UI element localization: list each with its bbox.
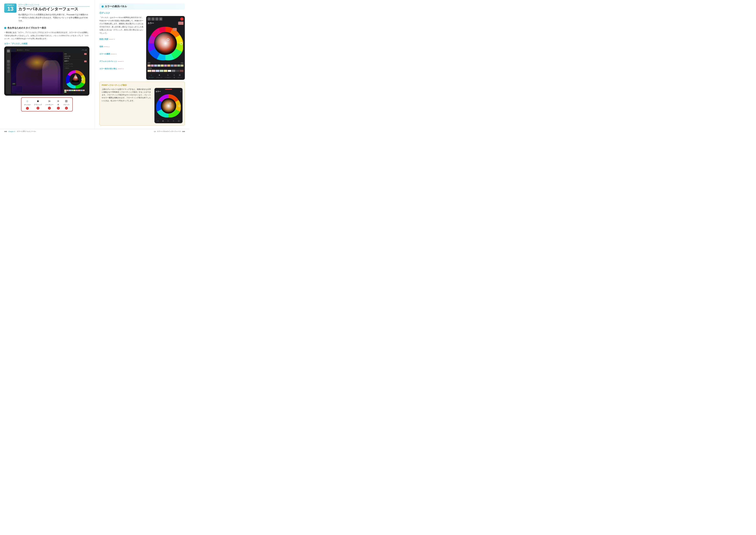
ann-saturation-label: 彩度と明度	[99, 38, 108, 41]
point-content: 上部のグレーのバーを指でドラッグすると、画面の好きな位置に移動させて常時表示（フ…	[102, 88, 182, 123]
ann-saturation: 彩度と明度 ——→	[99, 38, 144, 41]
tablet-mode: トライアングル	[64, 63, 87, 65]
subsection-title: カラー「ディスク」の画面	[4, 42, 90, 45]
fp-tab-classic[interactable]: ■	[162, 120, 164, 122]
section1-body: 一番右端にある「カラー」アイコンをタップするとカラーパネルが表示されます。カラー…	[4, 31, 90, 40]
swatch-7	[167, 65, 170, 67]
footer-section-left: カラーと塗りつぶしツール	[17, 130, 36, 132]
palette-number: 5	[65, 107, 68, 109]
right-description-area: 「ディスク」はカラーパネルの標準的な表示方法です。中央のサークル内で彩度と明度を…	[99, 16, 144, 80]
floating-panel: カラー ✕	[154, 88, 182, 123]
bottom-controls-box: ○ ディスク 1 ■ クラシック 2 ⋗ ハーモニー 3 ≡ 値 4	[21, 98, 73, 111]
cp-icon-erase: ◇	[155, 17, 158, 20]
left-page: Chapter 5 13 カラーと塗りつぶしツール カラーパネルのインターフェー…	[0, 0, 94, 129]
harmony-icon: ⋗	[48, 99, 51, 103]
cp-icon-pen: ╱	[148, 17, 151, 20]
bg-swatch-9	[180, 70, 183, 72]
swatch-11	[180, 65, 183, 67]
value-icon: ≡	[57, 99, 59, 103]
classic-icon: ■	[37, 99, 39, 103]
chapter-number: 13	[6, 6, 15, 12]
artwork-area: 基準	[11, 52, 63, 94]
tablet-top-bar: ギャラリー ← ア ス ジ ╱ ✎ ◇ ⊞	[16, 48, 88, 52]
bg-swatch-5	[164, 70, 168, 72]
bottom-controls-container: ○ ディスク 1 ■ クラシック 2 ⋗ ハーモニー 3 ≡ 値 4	[4, 98, 90, 111]
page-footer: 048 Chapter 5 カラーと塗りつぶしツール 13 カラーパネルのインタ…	[0, 129, 189, 134]
tab-disk[interactable]: ○ ディスク	[149, 74, 154, 78]
fp-tab-palette[interactable]: ⊞	[178, 120, 180, 122]
cp-title-row: カラー	[148, 22, 183, 25]
tab-harmony[interactable]: ⋗ ハーモニー	[165, 74, 171, 78]
bg-swatch-1	[148, 70, 151, 72]
tablet-canvas: ギャラリー ← ア ス ジ ╱ ✎ ◇ ⊞	[11, 48, 88, 94]
bg-swatch-2	[151, 70, 155, 72]
cp-icon-brush: ✎	[151, 17, 155, 20]
footer-section-right: 13	[154, 131, 156, 132]
ann-history-label: カラーの履歴	[99, 53, 110, 55]
bg-swatch-3	[156, 70, 159, 72]
tablet-sidebar	[6, 48, 11, 94]
point-text: 上部のグレーのバーを指でドラッグすると、画面の好きな位置に移動させて常時表示（フ…	[102, 88, 152, 123]
control-palette[interactable]: ⊞ パレット 5	[63, 99, 69, 109]
swatch-10	[177, 65, 180, 67]
fp-title: カラー	[155, 90, 161, 93]
disk-icon: ○	[26, 99, 28, 103]
chapter-badge: Chapter 5 13	[4, 4, 16, 13]
tablet-opt1: トライアングル	[64, 66, 87, 67]
swatch-3	[154, 65, 157, 67]
footer-left: 048 Chapter 5 カラーと塗りつぶしツール	[4, 130, 36, 132]
disk-number: 1	[26, 107, 29, 110]
ann-switch: カラー表示の切り替え ——→	[99, 68, 144, 70]
right-section-title: カラーの表示パネル	[105, 5, 127, 8]
fp-close-button[interactable]: ✕	[180, 91, 181, 93]
swatch-2	[151, 65, 154, 67]
cp-icons: ╱ ✎ ◇ ⊞	[148, 17, 162, 20]
classic-label: クラシック	[34, 103, 42, 106]
right-section-dot	[101, 6, 104, 8]
control-disk[interactable]: ○ ディスク 1	[24, 99, 31, 110]
classic-number: 2	[37, 107, 40, 109]
footer-right: 13 カラーパネルのインターフェース 049	[154, 130, 185, 132]
fp-drag-handle	[155, 89, 181, 90]
value-label: 値	[57, 103, 59, 106]
large-color-wheel	[148, 26, 183, 61]
control-value[interactable]: ≡ 値 4	[57, 99, 60, 109]
cp-color-indicator	[180, 17, 183, 20]
control-classic[interactable]: ■ クラシック 2	[34, 99, 42, 109]
ann-palette-label: デフォルトのパレット	[99, 60, 117, 63]
fp-tab-value[interactable]: ≡	[173, 120, 174, 122]
disk-subsection: ①ディスク	[99, 12, 185, 14]
bg-swatch-4	[160, 70, 163, 72]
clear-label: 消去	[181, 62, 183, 64]
history-label: 履歴	[148, 62, 150, 64]
swatch-5	[161, 65, 164, 67]
cp-bottom-tabs: ○ ディスク ■ クラシック ⋗ ハーモニー ≡ 値	[148, 73, 183, 78]
ann-hue: 色相 ——→	[99, 45, 144, 48]
section1-title: 色を作るための５タイプのカラー表示	[7, 26, 46, 30]
tab-classic[interactable]: ■ クラシック	[156, 74, 162, 78]
swatch-6	[164, 65, 167, 67]
footer-chapter: Chapter 5	[8, 131, 15, 132]
fp-tab-harmony[interactable]: ⋗	[167, 120, 169, 122]
ann-hue-label: 色相	[99, 45, 103, 48]
page-description: 色の選択はイラストの雰囲気を決める大切な作業です。Procreateでは５種類の…	[18, 13, 90, 23]
point-box: POINT »フローティング表示 上部のグレーのバーを指でドラッグすると、画面の…	[99, 82, 185, 126]
section-dot	[4, 27, 6, 29]
bg-label: 背景色	[148, 67, 183, 69]
svg-point-12	[161, 99, 176, 113]
control-harmony[interactable]: ⋗ ハーモニー 3	[45, 99, 53, 109]
ann-history: カラーの履歴 ——→	[99, 53, 144, 55]
tab-palette[interactable]: ⊞ パレット	[177, 74, 182, 78]
history-swatches	[148, 65, 183, 67]
fp-tab-disk[interactable]: ○	[157, 120, 159, 122]
tab-value[interactable]: ≡ 値	[174, 74, 175, 78]
palette-icon: ⊞	[65, 99, 68, 103]
right-page-num: 049	[182, 131, 185, 132]
ann-default-palette: デフォルトのパレット ——→	[99, 60, 144, 63]
tablet-inner: ギャラリー ← ア ス ジ ╱ ✎ ◇ ⊞	[6, 48, 88, 94]
disk-description: 「ディスク」はカラーパネルの標準的な表示方法です。中央のサークル内で彩度と明度を…	[99, 16, 144, 35]
cp-current-swatch	[178, 22, 183, 25]
svg-point-7	[155, 33, 176, 54]
swatch-9	[174, 65, 177, 67]
harmony-number: 3	[48, 107, 51, 109]
